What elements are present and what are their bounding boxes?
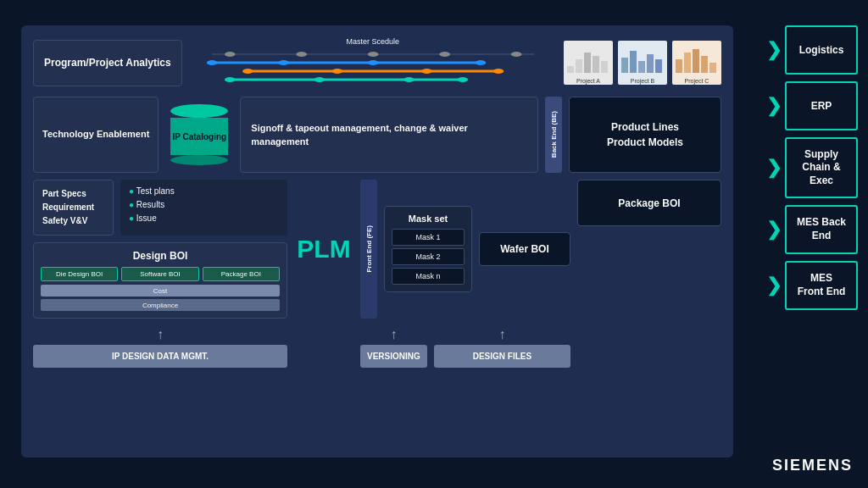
svg-point-20 bbox=[457, 77, 468, 82]
bullet-results: ● Results bbox=[129, 200, 279, 209]
fe-label: Front End (FE) bbox=[365, 225, 373, 273]
ip-design-arrow: ↑ bbox=[157, 327, 164, 342]
svg-rect-33 bbox=[693, 49, 699, 73]
svg-rect-21 bbox=[567, 66, 574, 73]
svg-rect-23 bbox=[584, 53, 591, 73]
be-label: Back End (BE) bbox=[550, 111, 558, 158]
erp-box: ERP bbox=[785, 81, 858, 130]
svg-rect-32 bbox=[684, 53, 691, 73]
svg-point-4 bbox=[439, 52, 450, 57]
mask-1-box: Mask 1 bbox=[392, 229, 465, 246]
svg-point-13 bbox=[331, 69, 342, 74]
logistics-arrow: ❯ bbox=[766, 41, 782, 59]
logistics-box: Logistics bbox=[785, 25, 858, 75]
mask-2-box: Mask 2 bbox=[392, 248, 465, 265]
svg-rect-31 bbox=[676, 59, 682, 73]
svg-rect-27 bbox=[630, 51, 637, 73]
be-bar: Back End (BE) bbox=[545, 97, 562, 173]
right-panel: ❯ Logistics ❯ ERP ❯ SupplyChain &Exec ❯ … bbox=[766, 25, 858, 317]
svg-point-2 bbox=[296, 52, 307, 57]
svg-point-15 bbox=[492, 69, 504, 74]
versioning-box: VERSIONING bbox=[360, 345, 427, 368]
product-lines-box: Product LinesProduct Models bbox=[569, 97, 721, 173]
software-boi-chip: Software BOI bbox=[121, 267, 198, 281]
svg-point-19 bbox=[403, 77, 415, 82]
design-files-box: DESIGN FILES bbox=[434, 345, 570, 368]
svg-rect-28 bbox=[638, 61, 645, 73]
wafer-boi-box: Wafer BOI bbox=[479, 232, 570, 266]
compliance-bar: Compliance bbox=[41, 299, 280, 311]
design-boi-title: Design BOI bbox=[41, 250, 280, 262]
mes-back-arrow: ❯ bbox=[766, 220, 782, 239]
package-boi-right-box: Package BOI bbox=[577, 180, 721, 226]
gantt-area: Master Scedule bbox=[191, 37, 555, 88]
package-boi-chip: Package BOI bbox=[203, 267, 280, 281]
program-analytics-box: Program/Project Analytics bbox=[33, 40, 182, 86]
bullet-test-plans: ● Test plans bbox=[129, 186, 279, 196]
siemens-logo: SIEMENS bbox=[772, 457, 853, 474]
mes-front-arrow: ❯ bbox=[766, 276, 782, 295]
plm-label: PLM bbox=[294, 180, 353, 319]
svg-point-9 bbox=[367, 60, 378, 65]
supply-chain-box: SupplyChain &Exec bbox=[785, 137, 858, 198]
svg-rect-24 bbox=[593, 56, 599, 73]
svg-rect-29 bbox=[647, 54, 654, 73]
svg-point-7 bbox=[206, 60, 217, 65]
bullet-issue: ● Issue bbox=[129, 214, 279, 223]
part-specs-box: Part SpecsRequirementSafety V&V bbox=[33, 180, 114, 236]
svg-rect-34 bbox=[701, 56, 708, 73]
technology-enablement-box: Technology Enablement bbox=[33, 97, 159, 173]
svg-rect-35 bbox=[709, 63, 716, 73]
mes-front-end-box: MESFront End bbox=[785, 261, 858, 310]
signoff-box: Signoff & tapeout management, change & w… bbox=[240, 97, 538, 173]
erp-arrow: ❯ bbox=[766, 97, 782, 115]
design-files-arrow: ↑ bbox=[498, 327, 505, 342]
mask-n-box: Mask n bbox=[392, 268, 465, 285]
svg-rect-30 bbox=[655, 59, 662, 73]
project-a-thumb: Project A bbox=[564, 41, 613, 85]
svg-point-5 bbox=[510, 52, 521, 57]
versioning-arrow: ↑ bbox=[390, 327, 397, 342]
project-c-thumb: Project C bbox=[672, 41, 721, 85]
supply-chain-arrow: ❯ bbox=[766, 158, 782, 177]
svg-rect-26 bbox=[621, 58, 628, 73]
svg-point-8 bbox=[278, 60, 289, 65]
main-diagram-box: Program/Project Analytics Master Scedule bbox=[21, 25, 733, 458]
svg-point-12 bbox=[242, 69, 253, 74]
ip-design-box: IP DESIGN DATA MGMT. bbox=[33, 345, 287, 368]
svg-rect-22 bbox=[576, 59, 582, 73]
bullet-points: ● Test plans ● Results ● Issue bbox=[120, 180, 287, 236]
mask-set-label: Mask set bbox=[392, 214, 465, 224]
svg-point-14 bbox=[421, 69, 432, 74]
design-boi-box: Design BOI Die Design BOI Software BOI P… bbox=[33, 242, 287, 319]
svg-point-18 bbox=[314, 77, 325, 82]
cost-bar: Cost bbox=[41, 285, 280, 297]
project-b-thumb: Project B bbox=[618, 41, 667, 85]
svg-rect-25 bbox=[601, 61, 608, 73]
ip-cataloging: IP Cataloging bbox=[165, 97, 233, 173]
svg-point-1 bbox=[225, 52, 236, 57]
mask-set-group: Mask set Mask 1 Mask 2 Mask n bbox=[384, 206, 472, 292]
svg-point-17 bbox=[225, 77, 236, 82]
bullet-list: ● Test plans ● Results ● Issue bbox=[129, 186, 279, 223]
master-schedule-label: Master Scedule bbox=[347, 37, 400, 46]
svg-point-3 bbox=[367, 52, 378, 57]
die-design-boi-chip: Die Design BOI bbox=[41, 267, 118, 281]
svg-point-10 bbox=[475, 60, 486, 65]
fe-bar: Front End (FE) bbox=[360, 180, 377, 319]
mes-back-end-box: MES BackEnd bbox=[785, 205, 858, 254]
